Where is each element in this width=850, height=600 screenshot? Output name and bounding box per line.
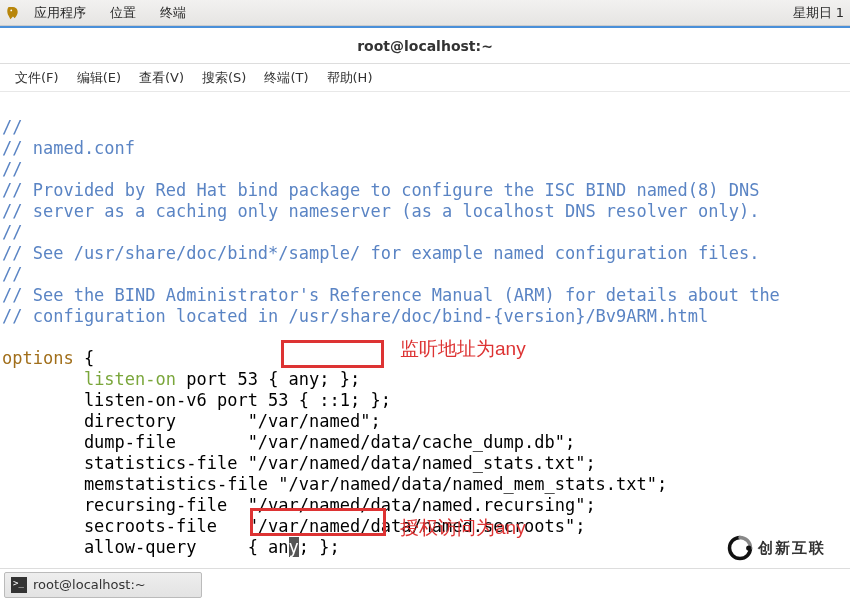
allow-pre: allow-query	[2, 537, 248, 557]
desktop-taskbar: root@localhost:~	[0, 568, 850, 600]
cfg-line: memstatistics-file "/var/named/data/name…	[2, 474, 667, 494]
code-comment: //	[2, 117, 22, 137]
brace-open: {	[84, 348, 94, 368]
code-comment: //	[2, 264, 22, 284]
kw-listen-on: listen-on	[84, 369, 176, 389]
cfg-line: dump-file "/var/named/data/cache_dump.db…	[2, 432, 575, 452]
cfg-line: statistics-file "/var/named/data/named_s…	[2, 453, 596, 473]
highlight-allow-query	[250, 508, 386, 536]
listen-any: { any; };	[268, 369, 360, 389]
menu-terminal[interactable]: 终端(T)	[255, 69, 317, 87]
menu-view[interactable]: 查看(V)	[130, 69, 193, 87]
taskbar-item-terminal[interactable]: root@localhost:~	[4, 572, 202, 598]
text-cursor: y	[289, 537, 299, 557]
code-comment: // Provided by Red Hat bind package to c…	[2, 180, 759, 200]
cfg-line: directory "/var/named";	[2, 411, 381, 431]
code-comment: // configuration located in /usr/share/d…	[2, 306, 708, 326]
terminal-viewport[interactable]: // // named.conf // // Provided by Red H…	[0, 92, 850, 550]
terminal-menu-bar: 文件(F) 编辑(E) 查看(V) 搜索(S) 终端(T) 帮助(H)	[0, 64, 850, 92]
panel-menu-places[interactable]: 位置	[100, 4, 146, 22]
code-comment: // See /usr/share/doc/bind*/sample/ for …	[2, 243, 759, 263]
code-comment: //	[2, 159, 22, 179]
panel-menu-apps[interactable]: 应用程序	[24, 4, 96, 22]
menu-edit[interactable]: 编辑(E)	[68, 69, 130, 87]
code-comment: // server as a caching only nameserver (…	[2, 201, 759, 221]
foot-icon	[6, 6, 20, 20]
allow-any-a: { an	[248, 537, 289, 557]
taskbar-item-label: root@localhost:~	[33, 577, 146, 592]
panel-left: 应用程序 位置 终端	[6, 4, 196, 22]
svg-point-0	[10, 9, 12, 11]
code-comment: //	[2, 222, 22, 242]
annotation-listen: 监听地址为any	[400, 338, 526, 359]
code-comment: // See the BIND Administrator's Referenc…	[2, 285, 780, 305]
cfg-line: listen-on-v6 port 53 { ::1; };	[2, 390, 391, 410]
window-title-bar: root@localhost:~	[0, 26, 850, 64]
panel-menu-terminal[interactable]: 终端	[150, 4, 196, 22]
menu-file[interactable]: 文件(F)	[6, 69, 68, 87]
kw-options: options	[2, 348, 74, 368]
allow-any-b: ; };	[299, 537, 340, 557]
watermark-logo-icon	[726, 534, 754, 562]
desktop-top-panel: 应用程序 位置 终端 星期日 1	[0, 0, 850, 26]
menu-search[interactable]: 搜索(S)	[193, 69, 255, 87]
window-title: root@localhost:~	[357, 38, 493, 54]
menu-help[interactable]: 帮助(H)	[318, 69, 382, 87]
watermark-text: 创新互联	[758, 539, 826, 558]
panel-clock: 星期日 1	[793, 4, 844, 22]
highlight-listen	[281, 340, 384, 368]
code-comment: // named.conf	[2, 138, 135, 158]
watermark: 创新互联	[702, 528, 850, 568]
svg-point-1	[746, 545, 751, 550]
listen-rest: port 53	[176, 369, 268, 389]
annotation-allow-query: 授权访问为any	[400, 517, 526, 538]
terminal-icon	[11, 577, 27, 593]
